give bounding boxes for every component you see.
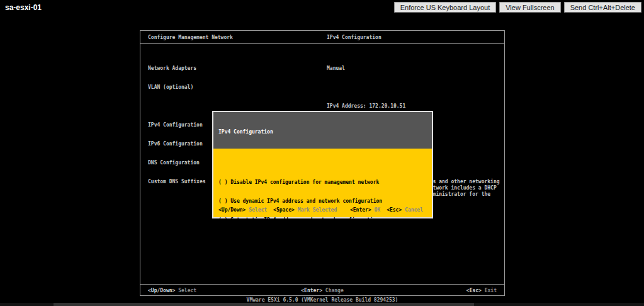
dialog-hints-left: <Up/Down> Select<Space> Mark Selected [218, 207, 337, 213]
menu-item-network-adapters: Network Adapters [148, 65, 206, 72]
menu-item-ipv6-configuration: IPv6 Configuration [148, 141, 206, 147]
menu-item-ipv4-configuration: IPv4 Configuration [148, 122, 206, 128]
horizontal-scrollbar-track[interactable] [0, 303, 644, 306]
menu-item-custom-dns-suffixes: Custom DNS Suffixes [148, 179, 206, 185]
network-config-menu: Network Adapters VLAN (optional) IPv4 Co… [148, 53, 206, 198]
hint-esc-exit: <Esc> Exit [466, 288, 497, 294]
ipv4-address-line: IPv4 Address: 172.20.10.51 [327, 103, 500, 110]
dialog-hints-right: <Enter> OK<Esc> Cancel [350, 207, 423, 213]
dialog-key-hints: <Up/Down> Select<Space> Mark Selected <E… [218, 207, 423, 213]
ipv4-address-field: IPv4 Address [ 172.20.10.51 ] [213, 267, 423, 273]
option-dynamic-ipv4: ( ) Use dynamic IPv4 address and network… [218, 198, 432, 205]
esxi-dcui-screen[interactable]: Configure Management Network IPv4 Config… [140, 30, 505, 296]
dialog-body: ( ) Disable IPv4 configuration for manag… [213, 149, 432, 217]
ipv4-mode-options: ( ) Disable IPv4 configuration for manag… [213, 161, 432, 236]
dialog-header: IPv4 Configuration This host can obtain … [213, 112, 432, 149]
screen-title: Configure Management Network [148, 35, 233, 41]
horizontal-scrollbar-thumb[interactable] [54, 303, 474, 306]
dialog-title: IPv4 Configuration [218, 129, 429, 135]
option-static-ipv4: (o) Set static IPv4 address and network … [218, 217, 432, 224]
option-disable-ipv4: ( ) Disable IPv4 configuration for manag… [218, 179, 432, 186]
subnet-mask-field: Subnet Mask [ 255.255.255.0 ] [213, 286, 423, 292]
menu-item-vlan: VLAN (optional) [148, 84, 206, 91]
console-toolbar: Enforce US Keyboard Layout View Fullscre… [394, 2, 641, 13]
vm-host-name: sa-esxi-01 [5, 3, 42, 12]
ipv4-configuration-dialog: IPv4 Configuration This host can obtain … [212, 111, 433, 218]
send-ctrl-alt-delete-button[interactable]: Send Ctrl+Alt+Delete [564, 2, 641, 13]
hint-updown-select: <Up/Down> Select [148, 288, 196, 294]
ipv4-mode-value: Manual [327, 65, 500, 72]
view-fullscreen-button[interactable]: View Fullscreen [499, 2, 560, 13]
enforce-keyboard-layout-button[interactable]: Enforce US Keyboard Layout [394, 2, 496, 13]
dcui-header: Configure Management Network IPv4 Config… [140, 31, 504, 44]
console-title-bar: sa-esxi-01 Enforce US Keyboard Layout Vi… [0, 0, 644, 15]
selected-section-title: IPv4 Configuration [327, 35, 381, 41]
menu-item-dns-configuration: DNS Configuration [148, 160, 206, 166]
